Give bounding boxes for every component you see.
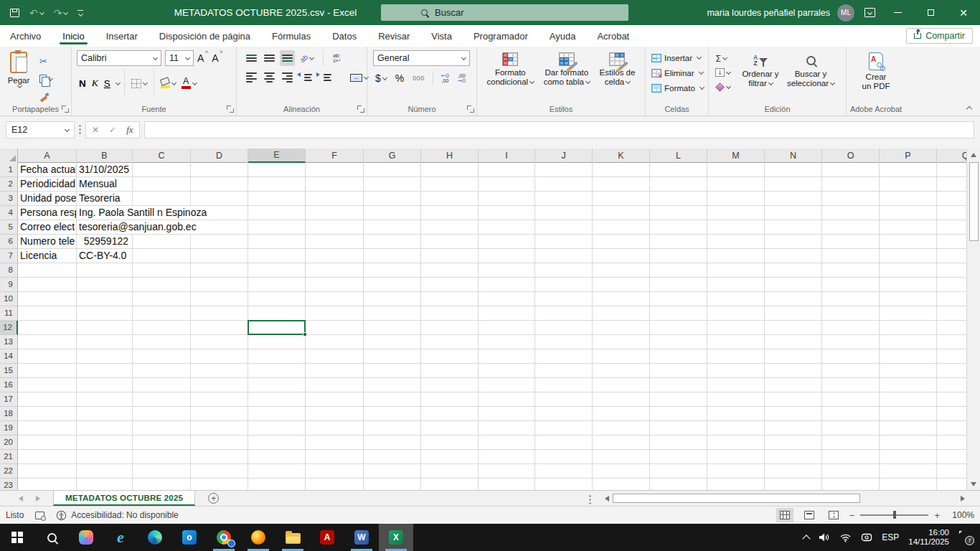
cell-G11[interactable]: [364, 306, 421, 321]
cell-D18[interactable]: [191, 407, 248, 421]
cell-P11[interactable]: [880, 306, 937, 321]
cell-P15[interactable]: [880, 364, 937, 378]
cell-G8[interactable]: [364, 263, 421, 278]
cell-F16[interactable]: [306, 378, 364, 392]
cell-G15[interactable]: [364, 364, 421, 378]
column-header-J[interactable]: J: [535, 149, 593, 163]
cell-N11[interactable]: [765, 306, 822, 321]
cell-G21[interactable]: [364, 450, 421, 464]
cut-button[interactable]: ✂: [37, 53, 50, 69]
cell-C1[interactable]: [133, 163, 191, 177]
cell-L18[interactable]: [650, 407, 707, 421]
font-dialog-launcher-icon[interactable]: [227, 105, 234, 113]
volume-icon[interactable]: [819, 532, 830, 542]
cell-O2[interactable]: [822, 177, 880, 192]
cell-J15[interactable]: [535, 364, 593, 378]
cell-P18[interactable]: [880, 407, 937, 421]
cell-E15[interactable]: [248, 364, 306, 378]
cell-J5[interactable]: [535, 220, 593, 235]
cell-O20[interactable]: [822, 435, 880, 450]
cell-A8[interactable]: [18, 263, 77, 278]
cell-D17[interactable]: [191, 392, 248, 407]
currency-button[interactable]: $: [373, 70, 389, 86]
cell-F2[interactable]: [306, 177, 364, 192]
cell-Q2[interactable]: [937, 177, 966, 192]
sheetbar-splitter[interactable]: [589, 494, 591, 506]
cell-E9[interactable]: [248, 278, 306, 292]
cell-E7[interactable]: [248, 249, 306, 263]
cell-B23[interactable]: [77, 479, 133, 490]
column-header-N[interactable]: N: [765, 149, 822, 163]
cell-Q11[interactable]: [937, 306, 966, 321]
cell-M5[interactable]: [707, 220, 765, 235]
cell-G16[interactable]: [364, 378, 421, 392]
tab-archivo[interactable]: Archivo: [9, 27, 42, 46]
scroll-right-icon[interactable]: [957, 492, 969, 504]
cell-K15[interactable]: [593, 364, 650, 378]
cell-A4[interactable]: Persona resp: [18, 206, 77, 220]
align-center-button[interactable]: [262, 70, 277, 85]
cell-L14[interactable]: [650, 349, 707, 364]
cell-N19[interactable]: [765, 421, 822, 435]
cell-J16[interactable]: [535, 378, 593, 392]
cell-O13[interactable]: [822, 335, 880, 349]
cell-D6[interactable]: [191, 235, 248, 249]
user-name[interactable]: maria lourdes peñafiel parrales: [707, 8, 830, 18]
cell-J21[interactable]: [535, 450, 593, 464]
cell-F3[interactable]: [306, 192, 364, 206]
taskbar-word[interactable]: W: [344, 524, 379, 551]
cell-J22[interactable]: [535, 464, 593, 479]
cell-N8[interactable]: [765, 263, 822, 278]
start-button[interactable]: [0, 524, 34, 551]
cell-H3[interactable]: [421, 192, 479, 206]
cell-L7[interactable]: [650, 249, 707, 263]
italic-button[interactable]: K: [90, 75, 100, 91]
cell-M10[interactable]: [707, 292, 765, 306]
view-page-break-button[interactable]: [825, 508, 842, 522]
cell-M18[interactable]: [707, 407, 765, 421]
tab-programador[interactable]: Programador: [472, 27, 529, 46]
clear-button[interactable]: [713, 80, 738, 93]
cell-E17[interactable]: [248, 392, 306, 407]
cell-O10[interactable]: [822, 292, 880, 306]
column-header-C[interactable]: C: [133, 149, 191, 163]
cell-N18[interactable]: [765, 407, 822, 421]
cell-I20[interactable]: [479, 435, 535, 450]
cell-I1[interactable]: [479, 163, 535, 177]
font-color-button[interactable]: A: [179, 75, 199, 91]
cell-L17[interactable]: [650, 392, 707, 407]
cell-M8[interactable]: [707, 263, 765, 278]
cell-P13[interactable]: [880, 335, 937, 349]
cell-J17[interactable]: [535, 392, 593, 407]
cell-O8[interactable]: [822, 263, 880, 278]
cell-K19[interactable]: [593, 421, 650, 435]
cell-M1[interactable]: [707, 163, 765, 177]
column-header-D[interactable]: D: [191, 149, 248, 163]
cell-C19[interactable]: [133, 421, 191, 435]
cell-G23[interactable]: [364, 479, 421, 490]
row-header-11[interactable]: 11: [0, 306, 18, 321]
cell-F20[interactable]: [306, 435, 364, 450]
cell-K8[interactable]: [593, 263, 650, 278]
cell-P19[interactable]: [880, 421, 937, 435]
cell-B16[interactable]: [77, 378, 133, 392]
cell-P16[interactable]: [880, 378, 937, 392]
name-box[interactable]: E12: [6, 121, 75, 138]
cell-A23[interactable]: [18, 479, 77, 490]
cell-K4[interactable]: [593, 206, 650, 220]
cell-D11[interactable]: [191, 306, 248, 321]
cell-E11[interactable]: [248, 306, 306, 321]
cell-A9[interactable]: [18, 278, 77, 292]
cell-A19[interactable]: [18, 421, 77, 435]
taskbar-excel[interactable]: X: [379, 524, 413, 551]
cell-B15[interactable]: [77, 364, 133, 378]
cell-P14[interactable]: [880, 349, 937, 364]
cell-K12[interactable]: [593, 321, 650, 335]
cell-J20[interactable]: [535, 435, 593, 450]
cell-J8[interactable]: [535, 263, 593, 278]
cell-L22[interactable]: [650, 464, 707, 479]
taskbar-chrome[interactable]: [207, 524, 241, 551]
cell-J4[interactable]: [535, 206, 593, 220]
cell-L9[interactable]: [650, 278, 707, 292]
row-header-10[interactable]: 10: [0, 292, 18, 306]
